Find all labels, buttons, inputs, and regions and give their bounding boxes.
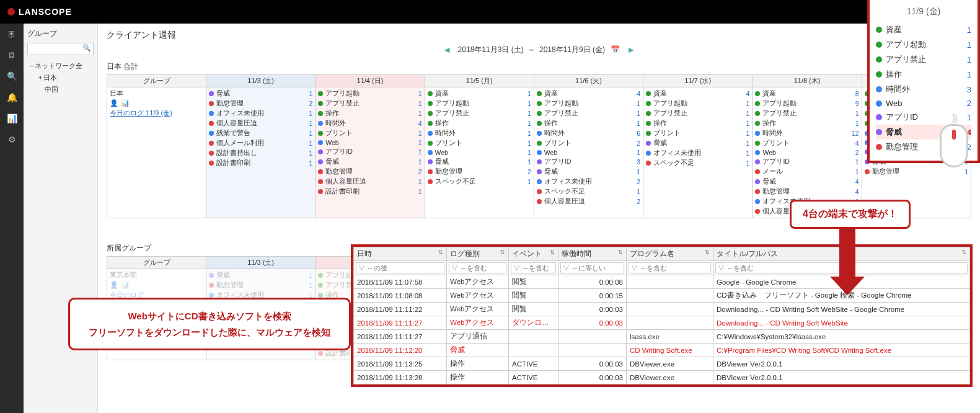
- log-row[interactable]: 2018/11/09 11:13:28操作ACTIVE0:00:03DBView…: [354, 371, 970, 384]
- log-header[interactable]: 日時⇅: [354, 247, 447, 261]
- gear-icon[interactable]: ⚙: [6, 134, 17, 145]
- category-item[interactable]: 個人容量圧迫1: [318, 177, 422, 187]
- category-item[interactable]: 個人メール利用1: [209, 138, 312, 148]
- tree-node-japan[interactable]: +日本: [27, 72, 94, 84]
- category-item[interactable]: 設計書印刷1: [209, 158, 312, 168]
- log-row[interactable]: 2018/11/09 11:07:58Webアクセス閲覧0:00:08Googl…: [354, 275, 970, 289]
- category-item[interactable]: 個人容量圧迫1: [209, 118, 312, 128]
- category-item[interactable]: Web2: [755, 148, 859, 157]
- shield-icon[interactable]: ⛨: [6, 29, 17, 40]
- category-item[interactable]: 勤怠管理1: [209, 280, 312, 290]
- category-item[interactable]: 勤怠管理4: [755, 187, 859, 197]
- category-item[interactable]: 脅威4: [755, 177, 859, 187]
- bell-icon[interactable]: 🔔: [6, 92, 17, 103]
- category-item[interactable]: 勤怠管理2: [209, 99, 312, 109]
- monitor-icon[interactable]: 🖥: [6, 50, 17, 61]
- category-item[interactable]: 資産8: [755, 89, 859, 99]
- category-item[interactable]: アプリID1: [318, 147, 422, 157]
- search-icon[interactable]: 🔍: [6, 71, 17, 82]
- category-item[interactable]: プリント4: [755, 138, 859, 148]
- category-item[interactable]: アプリ禁止1: [646, 109, 749, 118]
- category-item[interactable]: 時間外6: [537, 128, 640, 138]
- category-item[interactable]: 設計書持出し1: [209, 148, 312, 158]
- category-item[interactable]: アプリ起動1: [646, 99, 749, 109]
- log-filter-input[interactable]: [511, 262, 556, 273]
- today-log-link[interactable]: 今日のログ 11/9 (金): [110, 109, 203, 118]
- next-week-button[interactable]: ▶: [629, 46, 633, 54]
- category-item[interactable]: プリント2: [537, 138, 640, 148]
- log-row[interactable]: 2018/11/09 11:11:27アプリ通信lsass.exeC:¥Wind…: [354, 330, 970, 344]
- category-item[interactable]: スペック不足1: [537, 187, 640, 197]
- category-item[interactable]: 勤怠管理2: [428, 167, 531, 177]
- category-item[interactable]: 勤怠管理2: [318, 167, 422, 177]
- category-item[interactable]: 時間外4: [318, 118, 422, 128]
- popout-item[interactable]: 操作1: [876, 67, 971, 82]
- popout-item[interactable]: アプリ禁止1: [876, 52, 971, 67]
- category-item[interactable]: プリント1: [646, 128, 749, 138]
- category-item[interactable]: プリント1: [428, 138, 531, 148]
- category-item[interactable]: 時間外12: [755, 128, 859, 138]
- category-item[interactable]: 脅威1: [209, 89, 312, 99]
- category-item[interactable]: 資産4: [537, 89, 640, 99]
- prev-week-button[interactable]: ◀: [444, 46, 449, 54]
- category-item[interactable]: アプリ起動9: [755, 99, 859, 109]
- category-item[interactable]: 脅威1: [318, 157, 422, 167]
- category-item[interactable]: 操作1: [537, 118, 640, 128]
- category-item[interactable]: オフィス未使用2: [537, 177, 640, 187]
- popout-item[interactable]: 資産1: [876, 22, 971, 37]
- category-item[interactable]: メール1: [755, 167, 859, 177]
- log-row[interactable]: 2018/11/09 11:12:20脅威CD Writing Soft.exe…: [354, 344, 970, 357]
- category-item[interactable]: アプリ禁止1: [428, 109, 531, 118]
- category-item[interactable]: アプリ禁止1: [755, 109, 859, 118]
- category-item[interactable]: アプリ起動1: [537, 99, 640, 109]
- log-header[interactable]: ログ種別⇅: [447, 247, 509, 261]
- category-item[interactable]: 脅威1: [646, 138, 749, 148]
- log-header[interactable]: イベント⇅: [509, 247, 558, 261]
- category-item[interactable]: アプリID3: [537, 157, 640, 167]
- category-item[interactable]: Web1: [428, 148, 531, 157]
- log-filter-input[interactable]: [356, 262, 444, 273]
- arrow-icon: [839, 223, 855, 279]
- log-filter-input[interactable]: [629, 262, 711, 273]
- category-item[interactable]: 資産4: [646, 89, 749, 99]
- log-header[interactable]: 稼働時間⇅: [558, 247, 627, 261]
- log-row[interactable]: 2018/11/09 11:11:22Webアクセス閲覧0:00:03Downl…: [354, 303, 970, 316]
- category-item[interactable]: 資産1: [428, 89, 531, 99]
- log-filter-input[interactable]: [449, 262, 506, 273]
- category-item[interactable]: 脅威1: [209, 270, 312, 280]
- category-item[interactable]: 個人容量圧迫2: [537, 197, 640, 206]
- category-item[interactable]: オフィス未使用1: [209, 109, 312, 118]
- category-item[interactable]: 時間外1: [428, 128, 531, 138]
- tree-search-input[interactable]: [27, 43, 94, 55]
- category-item[interactable]: 操作1: [755, 118, 859, 128]
- category-item[interactable]: 設計書印刷1: [318, 187, 422, 197]
- category-item[interactable]: 脅威1: [428, 157, 531, 167]
- category-item[interactable]: アプリ起動1: [428, 99, 531, 109]
- popout-item[interactable]: 時間外3: [876, 82, 971, 97]
- log-row[interactable]: 2018/11/09 11:08:08Webアクセス閲覧0:00:15CD書き込…: [354, 289, 970, 303]
- calendar-icon[interactable]: 📅: [611, 45, 620, 54]
- category-item[interactable]: プリント1: [318, 128, 422, 138]
- category-item[interactable]: 脅威1: [537, 167, 640, 177]
- category-item[interactable]: アプリID1: [755, 157, 859, 167]
- tree-root[interactable]: −ネットワーク全: [27, 60, 94, 72]
- category-item[interactable]: 操作1: [318, 109, 422, 118]
- category-item[interactable]: 操作1: [428, 118, 531, 128]
- category-item[interactable]: アプリ禁止1: [318, 99, 422, 109]
- log-filter-input[interactable]: [560, 262, 624, 273]
- category-item[interactable]: アプリ禁止1: [537, 109, 640, 118]
- tree-node-china[interactable]: 中国: [27, 84, 94, 95]
- category-item[interactable]: スペック不足1: [428, 177, 531, 187]
- category-item[interactable]: Web1: [318, 138, 422, 147]
- log-row[interactable]: 2018/11/09 11:13:25操作ACTIVE0:00:03DBView…: [354, 357, 970, 371]
- category-item[interactable]: スペック不足1: [646, 158, 749, 168]
- category-item[interactable]: Web1: [537, 148, 640, 157]
- category-item[interactable]: アプリ起動1: [318, 89, 422, 99]
- category-item[interactable]: 残業で警告1: [209, 128, 312, 138]
- category-item[interactable]: オフィス未使用1: [646, 148, 749, 158]
- category-item[interactable]: 操作1: [646, 118, 749, 128]
- log-header[interactable]: プログラム名⇅: [627, 247, 713, 261]
- popout-item[interactable]: アプリ起動1: [876, 37, 971, 52]
- log-row[interactable]: 2018/11/09 11:11:27Webアクセスダウンロ…0:00:03Do…: [354, 316, 970, 330]
- chart-icon[interactable]: 📊: [6, 113, 17, 124]
